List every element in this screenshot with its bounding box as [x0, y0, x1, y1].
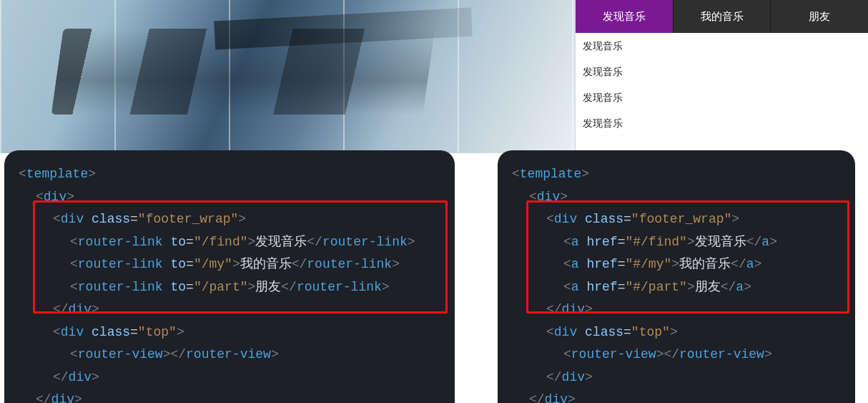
bottom-row: <template> <div> <div class="footer_wrap… [0, 150, 868, 403]
code-block-left: <template> <div> <div class="footer_wrap… [4, 150, 455, 403]
tab-discover[interactable]: 发现音乐 [576, 0, 673, 33]
top-row: 发现音乐 我的音乐 朋友 发现音乐 发现音乐 发现音乐 发现音乐 [0, 0, 868, 153]
list-item: 发现音乐 [576, 84, 868, 110]
code-block-right: <template> <div> <div class="footer_wrap… [498, 150, 855, 403]
tab-my-music[interactable]: 我的音乐 [673, 0, 771, 33]
list-item: 发现音乐 [576, 110, 868, 136]
illustration-image [0, 0, 576, 153]
tab-friends[interactable]: 朋友 [770, 0, 868, 33]
list-item: 发现音乐 [576, 59, 868, 84]
list-item: 发现音乐 [576, 33, 868, 59]
list: 发现音乐 发现音乐 发现音乐 发现音乐 [576, 33, 868, 136]
tabs: 发现音乐 我的音乐 朋友 [576, 0, 868, 33]
ui-preview: 发现音乐 我的音乐 朋友 发现音乐 发现音乐 发现音乐 发现音乐 [576, 0, 868, 153]
